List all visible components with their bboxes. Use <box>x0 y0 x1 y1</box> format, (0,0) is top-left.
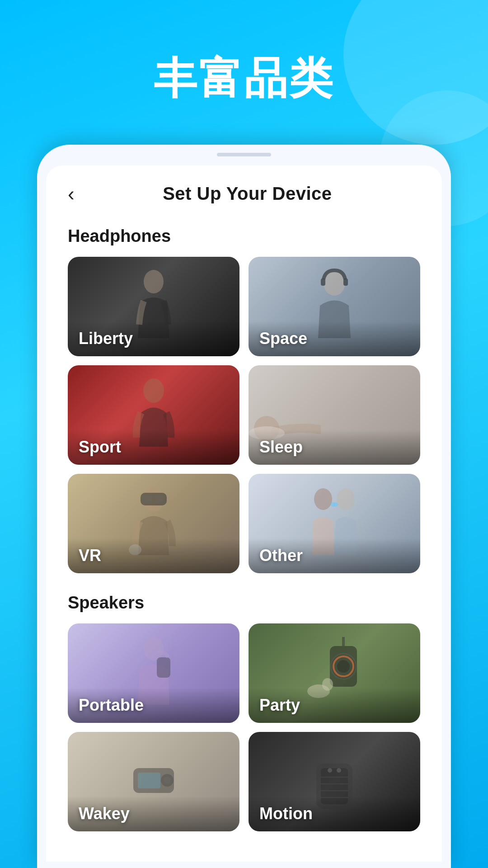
svg-rect-3 <box>343 278 348 286</box>
card-motion-label: Motion <box>249 796 420 831</box>
svg-point-4 <box>143 378 164 403</box>
card-portable-label: Portable <box>68 688 239 723</box>
card-vr-label: VR <box>68 538 239 573</box>
phone-frame: ‹ Set Up Your Device Headphones <box>37 145 451 868</box>
card-party[interactable]: Party <box>249 623 420 723</box>
card-wakey[interactable]: Wakey <box>68 732 239 831</box>
svg-point-0 <box>144 270 164 293</box>
back-button[interactable]: ‹ <box>68 184 75 204</box>
svg-point-13 <box>337 488 355 510</box>
card-space[interactable]: Space <box>249 257 420 356</box>
page-title: Set Up Your Device <box>75 184 420 204</box>
card-sport[interactable]: Sport <box>68 365 239 465</box>
card-vr[interactable]: VR <box>68 474 239 573</box>
svg-point-35 <box>328 768 332 773</box>
hero-title: 丰富品类 <box>0 50 488 108</box>
svg-point-12 <box>314 488 332 510</box>
card-sport-label: Sport <box>68 429 239 465</box>
headphones-section: Headphones Liberty <box>46 217 442 573</box>
svg-point-10 <box>155 495 164 503</box>
card-space-label: Space <box>249 321 420 356</box>
phone-handle-bar <box>217 153 271 156</box>
card-sleep[interactable]: Sleep <box>249 365 420 465</box>
speakers-grid: Portable <box>46 623 442 831</box>
app-header: ‹ Set Up Your Device <box>46 165 442 217</box>
card-wakey-label: Wakey <box>68 796 239 831</box>
svg-point-9 <box>143 495 152 503</box>
phone-handle <box>37 145 451 156</box>
card-portable[interactable]: Portable <box>68 623 239 723</box>
card-sleep-label: Sleep <box>249 429 420 465</box>
card-motion[interactable]: Motion <box>249 732 420 831</box>
card-liberty[interactable]: Liberty <box>68 257 239 356</box>
card-other[interactable]: Other <box>249 474 420 573</box>
speakers-section-label: Speakers <box>46 584 442 623</box>
card-party-label: Party <box>249 688 420 723</box>
svg-rect-17 <box>157 657 170 678</box>
svg-point-16 <box>144 637 164 660</box>
speakers-section: Speakers Portable <box>46 584 442 831</box>
card-other-label: Other <box>249 538 420 573</box>
headphones-grid: Liberty Space <box>46 257 442 573</box>
headphones-section-label: Headphones <box>46 217 442 257</box>
svg-point-21 <box>337 660 350 673</box>
svg-point-28 <box>164 777 171 784</box>
svg-point-36 <box>337 768 341 773</box>
app-content: ‹ Set Up Your Device Headphones <box>46 165 442 862</box>
svg-rect-26 <box>138 773 160 788</box>
card-liberty-label: Liberty <box>68 321 239 356</box>
svg-point-15 <box>333 502 338 507</box>
svg-rect-2 <box>321 278 325 286</box>
